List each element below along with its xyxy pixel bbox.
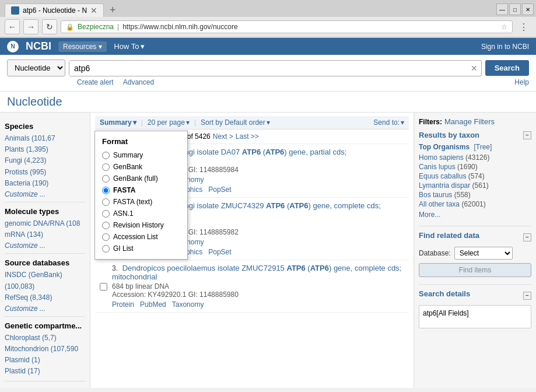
format-radio-fasta-text[interactable] [102, 198, 110, 206]
create-alert-link[interactable]: Create alert [77, 78, 114, 86]
search-details-title: Search details [419, 289, 470, 298]
per-page-dropdown[interactable]: 20 per page ▾ [148, 118, 190, 127]
sidebar-item-refseq[interactable]: RefSeq (8,348) [5, 292, 85, 303]
page-of: of 5426 [187, 132, 211, 141]
sidebar-item-plasmid[interactable]: Plasmid (1) [5, 355, 85, 366]
database-select[interactable]: Nucleotide [7, 60, 65, 76]
browser-menu-button[interactable]: ⋮ [516, 19, 531, 34]
format-radio-accession-list[interactable] [102, 233, 110, 241]
format-radio-revision[interactable] [102, 222, 110, 229]
format-radio-genbank-full[interactable] [102, 175, 110, 183]
org-canis-lupus-link[interactable]: Canis lupus [419, 163, 456, 171]
advanced-search-link[interactable]: Advanced [123, 78, 154, 86]
sidebar-divider-2 [5, 253, 85, 254]
sidebar-divider-1 [5, 202, 85, 202]
format-radio-gi-list[interactable] [102, 245, 110, 253]
sidebar-item-insdc[interactable]: INSDC (GenBank) (100,083) [5, 270, 85, 292]
result-3-title[interactable]: Dendropicos poecilolaemus isolate ZMUC72… [112, 264, 401, 281]
format-option-summary[interactable]: Summary [95, 149, 187, 161]
sidebar-item-bacteria[interactable]: Bacteria (190) [5, 178, 85, 189]
per-page-chevron-icon: ▾ [186, 118, 190, 127]
page-title: Nucleotide [7, 95, 62, 108]
search-input[interactable] [69, 61, 467, 76]
sidebar-item-plants[interactable]: Plants (1,395) [5, 144, 85, 155]
result-3-protein-link[interactable]: Protein [112, 300, 134, 309]
sidebar-item-plastid[interactable]: Plastid (17) [5, 366, 85, 377]
taxon-expand-button[interactable]: − [523, 131, 531, 139]
summary-dropdown[interactable]: Summary ▾ [100, 118, 136, 127]
org-homo-sapiens-link[interactable]: Homo sapiens [419, 153, 464, 162]
sidebar-species-customize[interactable]: Customize ... [5, 190, 85, 198]
format-option-accession-list[interactable]: Accession List [95, 231, 187, 243]
url-bar[interactable]: 🔒 Bezpieczna | https://www.ncbi.nlm.nih.… [61, 20, 513, 33]
search-button[interactable]: Search [485, 60, 529, 76]
sidebar-molecule-customize[interactable]: Customize ... [5, 242, 85, 250]
org-all-other-taxa-link[interactable]: All other taxa [419, 200, 460, 208]
sidebar-item-mrna[interactable]: mRNA (134) [5, 229, 85, 240]
find-related-expand-button[interactable]: − [523, 233, 531, 242]
format-radio-fasta[interactable] [102, 187, 110, 194]
search-details-expand-button[interactable]: − [523, 292, 531, 300]
format-option-asn1[interactable]: ASN.1 [95, 208, 187, 219]
tree-link[interactable]: [Tree] [474, 143, 492, 151]
org-equus-caballus-link[interactable]: Equus caballus [419, 172, 466, 180]
reload-button[interactable]: ↻ [42, 19, 57, 34]
org-equus-caballus: Equus caballus (574) [419, 172, 531, 180]
sidebar-item-protists[interactable]: Protists (995) [5, 167, 85, 178]
format-label-genbank-full: GenBank (full) [113, 174, 158, 183]
sidebar-item-mitochondrion[interactable]: Mitochondrion (107,590 [5, 344, 85, 355]
rp-divider-2 [419, 284, 531, 285]
more-organisms-link[interactable]: More... [419, 211, 531, 219]
result-3-links1: Protein PubMed Taxonomy [112, 300, 404, 309]
find-related-select[interactable]: Select [454, 247, 513, 260]
sidebar-source-customize[interactable]: Customize ... [5, 304, 85, 313]
org-lymantria-dispar-link[interactable]: Lymantria dispar [419, 181, 470, 190]
format-option-fasta[interactable]: FASTA [95, 184, 187, 196]
result-3-checkbox[interactable] [100, 265, 107, 309]
format-radio-genbank[interactable] [102, 163, 110, 171]
howto-link[interactable]: How To ▾ [114, 42, 145, 51]
sidebar-item-fungi[interactable]: Fungi (4,223) [5, 155, 85, 166]
forward-button[interactable]: → [23, 19, 38, 34]
tab-close-btn[interactable]: ✕ [90, 6, 97, 15]
sidebar-item-chloroplast[interactable]: Chloroplast (5,7) [5, 332, 85, 344]
result-3-body: 3. Dendropicos poecilolaemus isolate ZMU… [112, 264, 404, 309]
manage-filters-link[interactable]: Manage Filters [444, 117, 495, 126]
format-option-fasta-text[interactable]: FASTA (text) [95, 196, 187, 208]
org-all-other-taxa: All other taxa (62001) [419, 200, 531, 208]
result-3-pubmed-link[interactable]: PubMed [140, 300, 166, 309]
resources-dropdown[interactable]: Resources ▾ [58, 41, 107, 52]
format-option-gi-list[interactable]: GI List [95, 243, 187, 254]
help-link[interactable]: Help [514, 78, 529, 86]
top-organisms-row: Top Organisms [Tree] [419, 143, 531, 151]
bookmark-icon[interactable]: ☆ [501, 23, 507, 31]
sort-dropdown[interactable]: Sort by Default order ▾ [201, 118, 270, 127]
sidebar-item-animals[interactable]: Animals (101,67 [5, 133, 85, 144]
minimize-button[interactable]: — [496, 4, 508, 15]
sidebar-genetic-title: Genetic compartme... [5, 321, 85, 330]
last-page-link[interactable]: Last >> [236, 132, 259, 141]
format-radio-summary[interactable] [102, 152, 110, 159]
sidebar-item-genomic[interactable]: genomic DNA/RNA (108 [5, 218, 85, 229]
toolbar-separator-2: | [194, 118, 196, 127]
result-1-popset-link[interactable]: PopSet [208, 186, 231, 194]
result-2-popset-link[interactable]: PopSet [208, 248, 231, 256]
close-window-button[interactable]: ✕ [522, 4, 534, 15]
format-radio-asn1[interactable] [102, 210, 110, 218]
find-items-button[interactable]: Find items [419, 263, 531, 277]
send-to-dropdown[interactable]: Send to: ▾ [373, 118, 404, 127]
sidebar: Species Animals (101,67 Plants (1,395) F… [0, 113, 90, 388]
database-label: Database: [419, 249, 451, 257]
result-3-taxonomy-link[interactable]: Taxonomy [172, 300, 204, 309]
new-tab-button[interactable]: + [106, 4, 120, 16]
format-option-revision[interactable]: Revision History [95, 219, 187, 231]
search-clear-icon[interactable]: ✕ [467, 64, 481, 73]
format-option-genbank-full[interactable]: GenBank (full) [95, 173, 187, 184]
signin-link[interactable]: Sign in to NCBI [481, 43, 529, 51]
maximize-button[interactable]: □ [509, 4, 521, 15]
org-bos-taurus-link[interactable]: Bos taurus [419, 191, 452, 199]
back-button[interactable]: ← [5, 19, 20, 34]
browser-tab[interactable]: atp6 - Nucleotide - N ✕ [5, 4, 104, 17]
format-option-genbank[interactable]: GenBank [95, 161, 187, 173]
next-page-link[interactable]: Next > [213, 132, 233, 141]
